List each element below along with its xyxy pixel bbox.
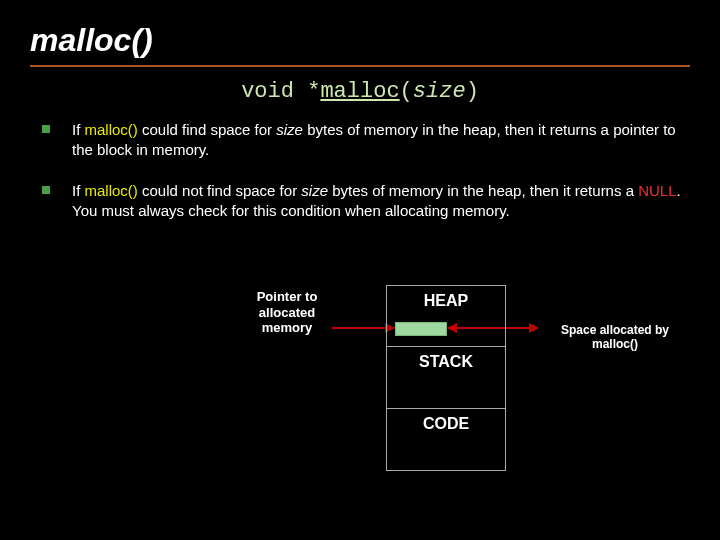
bullet-item: If malloc() could not find space for siz…: [36, 181, 684, 220]
pointer-label: Pointer to allocated memory: [232, 289, 342, 336]
sig-return-type: void: [241, 79, 294, 104]
arrow-icon: [332, 327, 394, 329]
fn-ref: malloc(): [85, 121, 138, 138]
text: Space allocated by: [561, 323, 669, 337]
code-region: CODE: [386, 409, 506, 471]
stack-region: STACK: [386, 347, 506, 409]
bullet-item: If malloc() could find space for size by…: [36, 120, 684, 159]
size-arg: size: [276, 121, 303, 138]
text: If: [72, 121, 85, 138]
text: could find space for: [138, 121, 276, 138]
fn-ref: malloc(): [85, 182, 138, 199]
null-ref: NULL: [638, 182, 676, 199]
size-arg: size: [301, 182, 328, 199]
text: malloc(): [592, 337, 638, 351]
memory-diagram: Pointer to allocated memory HEAP STACK C…: [0, 285, 720, 525]
memory-layout: HEAP STACK CODE: [386, 285, 506, 471]
text: could not find space for: [138, 182, 301, 199]
sig-close-paren: ): [466, 79, 479, 104]
function-signature: void *malloc(size): [30, 79, 690, 104]
allocated-block: [395, 322, 447, 336]
text: allocated: [259, 305, 315, 320]
title-underline: [30, 65, 690, 67]
region-label: STACK: [419, 353, 473, 371]
bullet-list: If malloc() could find space for size by…: [30, 120, 690, 220]
heap-region: HEAP: [386, 285, 506, 347]
region-label: CODE: [423, 415, 469, 433]
text: memory: [262, 320, 313, 335]
sig-open-paren: (: [400, 79, 413, 104]
sig-fn-name: malloc: [320, 79, 399, 104]
text: Pointer to: [257, 289, 318, 304]
text: bytes of memory in the heap, then it ret…: [328, 182, 638, 199]
text: If: [72, 182, 85, 199]
region-label: HEAP: [424, 292, 468, 310]
space-allocated-label: Space allocated by malloc(): [540, 323, 690, 352]
sig-star: *: [307, 79, 320, 104]
slide-title: malloc(): [30, 22, 690, 59]
sig-arg: size: [413, 79, 466, 104]
